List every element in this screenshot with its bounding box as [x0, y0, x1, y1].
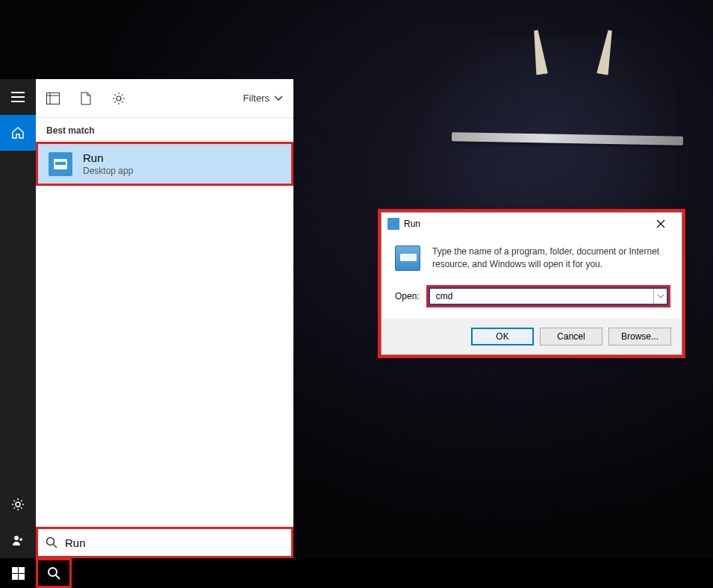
run-dialog-footer: OK Cancel Browse...	[382, 319, 682, 354]
best-match-label: Best match	[36, 118, 293, 142]
taskbar-search-button[interactable]	[36, 558, 72, 588]
svg-line-11	[56, 575, 60, 579]
apps-scope-icon[interactable]	[46, 93, 60, 104]
windows-logo-icon	[12, 567, 25, 580]
start-menu-rail	[0, 79, 36, 558]
wallpaper-detail	[452, 132, 683, 145]
search-results-area	[36, 186, 293, 527]
search-input[interactable]	[65, 537, 284, 549]
svg-point-10	[49, 568, 57, 576]
home-button[interactable]	[0, 115, 36, 151]
taskbar	[0, 558, 713, 588]
svg-point-5	[116, 96, 121, 101]
hamburger-menu-button[interactable]	[0, 79, 36, 115]
documents-scope-icon[interactable]	[81, 92, 91, 105]
ok-button[interactable]: OK	[471, 328, 534, 345]
svg-point-1	[14, 536, 19, 540]
run-dialog-title: Run	[404, 219, 420, 229]
filters-label: Filters	[243, 93, 270, 104]
search-result-text: Run Desktop app	[83, 151, 133, 176]
open-label: Open:	[395, 291, 420, 301]
search-toolbar: Filters	[36, 79, 293, 118]
svg-rect-7	[55, 162, 66, 165]
search-icon	[47, 566, 60, 580]
search-result-subtitle: Desktop app	[83, 166, 133, 176]
close-icon	[656, 219, 665, 228]
search-icon	[46, 537, 57, 548]
svg-line-9	[54, 545, 57, 548]
user-account-button[interactable]	[0, 522, 36, 558]
chevron-down-icon	[657, 294, 664, 298]
search-result-title: Run	[83, 151, 133, 164]
svg-point-8	[47, 538, 55, 545]
combo-dropdown-button[interactable]	[653, 289, 667, 304]
svg-rect-2	[47, 93, 60, 104]
browse-button[interactable]: Browse...	[608, 328, 671, 345]
wallpaper-detail	[593, 28, 620, 76]
run-dialog-body: Type the name of a program, folder, docu…	[382, 235, 682, 319]
close-button[interactable]	[646, 213, 676, 234]
open-combobox[interactable]	[429, 287, 668, 305]
search-result-run[interactable]: Run Desktop app	[36, 142, 293, 186]
svg-point-0	[16, 502, 20, 507]
run-app-icon	[49, 152, 72, 176]
filters-dropdown[interactable]: Filters	[243, 93, 283, 104]
start-button[interactable]	[0, 558, 36, 588]
run-dialog-titlebar[interactable]: Run	[382, 213, 682, 235]
run-titlebar-icon	[387, 218, 399, 230]
search-input-row[interactable]	[36, 527, 293, 558]
settings-gear-button[interactable]	[0, 487, 36, 522]
settings-scope-icon[interactable]	[112, 92, 125, 105]
start-search-panel: Filters Best match Run Desktop app	[36, 79, 293, 558]
cancel-button[interactable]: Cancel	[540, 328, 603, 345]
run-dialog-description: Type the name of a program, folder, docu…	[432, 245, 668, 271]
run-dialog: Run Type the name of a program, folder, …	[381, 212, 682, 355]
chevron-down-icon	[274, 96, 283, 101]
open-input[interactable]	[430, 289, 653, 304]
wallpaper-detail	[526, 28, 552, 75]
run-dialog-icon	[395, 245, 420, 271]
